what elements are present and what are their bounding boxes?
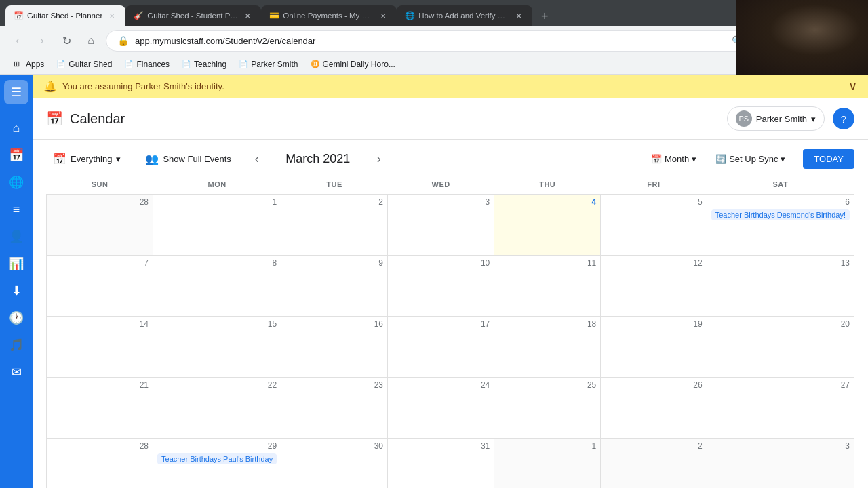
day-num-4-2: 30 [285,441,383,452]
bookmark-teaching[interactable]: 📄 Teaching [176,58,232,71]
sidebar-divider-1 [8,110,24,110]
calendar-cell-1-1[interactable]: 8 [153,256,281,317]
home-button[interactable]: ⌂ [81,31,100,50]
sidebar-music-icon[interactable]: 🎵 [4,333,28,357]
month-view-icon: 📅 [651,154,662,164]
calendar-cell-3-3[interactable]: 24 [388,378,494,439]
show-full-events-button[interactable]: 👥 Show Full Events [138,148,237,169]
calendar-cell-3-2[interactable]: 23 [281,378,388,439]
header-right: PS Parker Smith ▾ ? [727,106,854,131]
day-num-4-5: 2 [605,441,702,452]
calendar-cell-4-5[interactable]: 2 [601,439,707,489]
tab-close-3[interactable]: ✕ [378,10,389,21]
calendar-cell-4-2[interactable]: 30 [281,439,388,489]
sidebar-menu-icon[interactable]: ☰ [4,80,28,104]
webcam-overlay [736,0,868,75]
calendar-cell-2-5[interactable]: 19 [601,317,707,378]
sidebar-list-icon[interactable]: ≡ [4,197,28,222]
calendar-cell-0-1[interactable]: 1 [153,195,281,256]
calendar-cell-0-0[interactable]: 28 [47,195,153,256]
show-full-events-label: Show Full Events [163,154,231,164]
next-month-button[interactable]: › [368,148,390,169]
identity-banner-text: 🔔 You are assuming Parker Smith's identi… [43,80,224,93]
calendar-cell-1-3[interactable]: 10 [388,256,494,317]
address-bar[interactable]: 🔒 app.mymusicstaff.com/Student/v2/en/cal… [106,30,787,52]
calendar-cell-4-0[interactable]: 28 [47,439,153,489]
calendar-cell-2-6[interactable]: 20 [707,317,854,378]
calendar-cell-0-4[interactable]: 4 [494,195,601,256]
sidebar-mail-icon[interactable]: ✉ [4,360,28,384]
day-num-0-6: 6 [711,197,850,208]
tab-online-payments[interactable]: 💳 Online Payments - My Music S... ✕ [261,5,397,26]
bookmark-gemini[interactable]: ♊ Gemini Daily Horo... [305,58,401,71]
calendar-cell-3-0[interactable]: 21 [47,378,153,439]
bookmark-guitar-shed[interactable]: 📄 Guitar Shed [51,58,117,71]
apps-icon: ⊞ [14,60,23,69]
tab-close-1[interactable]: ✕ [106,10,117,21]
sidebar-download-icon[interactable]: ⬇ [4,279,28,303]
calendar-cell-0-3[interactable]: 3 [388,195,494,256]
sidebar-clock-icon[interactable]: 🕐 [4,306,28,330]
calendar-cell-4-4[interactable]: 1 [494,439,601,489]
event-pill-4-1-0[interactable]: Teacher Birthdays Paul's Birthday [157,453,277,464]
everything-filter-button[interactable]: 📅 Everything ▾ [46,148,127,169]
today-button[interactable]: TODAY [803,149,854,169]
banner-collapse-icon[interactable]: ∨ [848,79,857,94]
calendar-cell-4-6[interactable]: 3 [707,439,854,489]
tab-student-portal[interactable]: 🎸 Guitar Shed - Student Portal ✕ [125,5,261,26]
calendar-cell-1-5[interactable]: 12 [601,256,707,317]
calendar-cell-1-2[interactable]: 9 [281,256,388,317]
calendar-cell-2-0[interactable]: 14 [47,317,153,378]
identity-banner: 🔔 You are assuming Parker Smith's identi… [33,75,868,98]
day-num-2-5: 19 [605,319,702,330]
new-tab-button[interactable]: + [535,7,554,26]
tab-guitar-shed-planner[interactable]: 📅 Guitar Shed - Planner ✕ [5,5,125,26]
sidebar-globe-icon[interactable]: 🌐 [4,170,28,195]
calendar-cell-2-2[interactable]: 16 [281,317,388,378]
event-pill-0-6-0[interactable]: Teacher Birthdays Desmond's Birthday! [711,209,850,220]
calendar-cell-2-3[interactable]: 17 [388,317,494,378]
calendar-cell-0-5[interactable]: 5 [601,195,707,256]
calendar-cell-3-5[interactable]: 26 [601,378,707,439]
calendar-cell-1-6[interactable]: 13 [707,256,854,317]
calendar-cell-0-6[interactable]: 6Teacher Birthdays Desmond's Birthday! [707,195,854,256]
address-text: app.mymusicstaff.com/Student/v2/en/calen… [135,36,725,46]
forward-button[interactable]: › [33,31,52,50]
user-menu-button[interactable]: PS Parker Smith ▾ [727,106,825,131]
help-button[interactable]: ? [833,108,854,129]
header-fri: FRI [601,175,707,195]
user-dropdown-icon: ▾ [811,114,816,124]
tab-how-to-add[interactable]: 🌐 How to Add and Verify a Bank... ✕ [397,5,532,26]
calendar-grid: SUN MON TUE WED THU FRI SAT 28123456Teac… [46,175,854,488]
back-button[interactable]: ‹ [8,31,27,50]
calendar-cell-3-4[interactable]: 25 [494,378,601,439]
calendar-cell-2-4[interactable]: 18 [494,317,601,378]
reload-button[interactable]: ↻ [57,31,76,50]
calendar-cell-3-6[interactable]: 27 [707,378,854,439]
calendar-cell-1-4[interactable]: 11 [494,256,601,317]
calendar-cell-2-1[interactable]: 15 [153,317,281,378]
everything-chevron: ▾ [116,154,121,164]
calendar-cell-3-1[interactable]: 22 [153,378,281,439]
user-avatar-initials: PS [739,115,749,123]
calendar-cell-1-0[interactable]: 7 [47,256,153,317]
month-view-button[interactable]: 📅 Month ▾ [644,150,703,168]
sidebar-chart-icon[interactable]: 📊 [4,251,28,276]
app-container: ☰ ⌂ 📅 🌐 ≡ 👤 📊 ⬇ 🕐 🎵 ✉ 🔔 You are assuming… [0,75,868,488]
tab-close-2[interactable]: ✕ [242,10,253,21]
bookmark-parker-smith[interactable]: 📄 Parker Smith [233,58,303,71]
sidebar-calendar-icon[interactable]: 📅 [4,143,28,167]
bookmark-apps[interactable]: ⊞ Apps [8,58,50,71]
tab-close-4[interactable]: ✕ [513,10,524,21]
calendar-cell-0-2[interactable]: 2 [281,195,388,256]
calendar-cell-4-3[interactable]: 31 [388,439,494,489]
prev-month-button[interactable]: ‹ [246,148,268,169]
sidebar-person-icon[interactable]: 👤 [4,224,28,249]
sync-button[interactable]: 🔄 Set Up Sync ▾ [709,150,792,168]
bookmark-folder-icon-2: 📄 [124,60,134,69]
calendar-cell-4-1[interactable]: 29Teacher Birthdays Paul's Birthday [153,439,281,489]
day-num-4-0: 28 [51,441,149,452]
day-num-0-2: 2 [285,197,383,208]
bookmark-finances[interactable]: 📄 Finances [119,58,175,71]
sidebar-home-icon[interactable]: ⌂ [4,116,28,140]
